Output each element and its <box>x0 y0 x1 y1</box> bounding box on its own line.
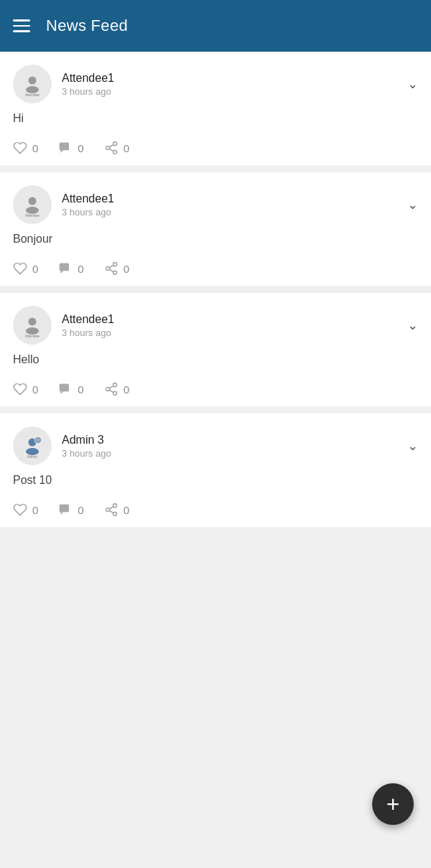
svg-text:Admin: Admin <box>27 454 37 459</box>
avatar: Attendee <box>13 306 52 345</box>
post-author-section: Attendee Attendee1 3 hours ago <box>13 185 114 224</box>
menu-icon[interactable] <box>13 19 30 32</box>
svg-point-12 <box>29 197 37 205</box>
post-menu-button[interactable]: ⌄ <box>407 197 418 213</box>
post-content: Post 10 <box>13 474 418 491</box>
comment-count: 0 <box>78 383 83 396</box>
post-time: 3 hours ago <box>62 207 114 218</box>
news-feed: Attendee Attendee1 3 hours ago ⌄ Hi 0 <box>0 52 431 527</box>
svg-line-21 <box>109 265 113 267</box>
share-button[interactable]: 0 <box>104 261 129 276</box>
share-icon <box>104 141 119 155</box>
comment-count: 0 <box>78 142 83 154</box>
post-content: Bonjour <box>13 233 418 250</box>
svg-marker-5 <box>61 150 64 152</box>
svg-line-9 <box>109 149 113 151</box>
post-time: 3 hours ago <box>62 327 114 338</box>
heart-icon <box>13 141 27 155</box>
svg-text:Attendee: Attendee <box>25 334 40 338</box>
post-header: Attendee Attendee1 3 hours ago ⌄ <box>13 185 418 224</box>
post-card: Attendee Attendee1 3 hours ago ⌄ Hi 0 <box>0 52 431 165</box>
svg-line-20 <box>109 269 113 271</box>
comment-button[interactable]: 0 <box>58 382 83 396</box>
post-author-name: Attendee1 <box>62 72 114 85</box>
comment-count: 0 <box>78 504 83 516</box>
share-button[interactable]: 0 <box>104 382 129 396</box>
post-author-info: Attendee1 3 hours ago <box>62 313 114 338</box>
comment-button[interactable]: 0 <box>58 141 83 155</box>
like-button[interactable]: 0 <box>13 503 38 517</box>
post-actions: 0 0 0 <box>13 141 418 155</box>
svg-line-10 <box>109 144 113 146</box>
like-count: 0 <box>32 383 38 396</box>
share-icon <box>104 261 119 276</box>
like-count: 0 <box>32 263 38 275</box>
comment-icon <box>58 141 73 155</box>
post-time: 3 hours ago <box>62 86 114 97</box>
post-card: Attendee Attendee1 3 hours ago ⌄ Hello 0 <box>0 293 431 406</box>
svg-marker-41 <box>61 512 64 514</box>
post-actions: 0 0 0 <box>13 382 418 396</box>
post-actions: 0 0 0 <box>13 261 418 276</box>
like-button[interactable]: 0 <box>13 382 38 396</box>
post-content: Hi <box>13 112 418 129</box>
app-header: News Feed <box>0 0 431 52</box>
comment-button[interactable]: 0 <box>58 503 83 517</box>
share-count: 0 <box>124 383 129 396</box>
svg-rect-26 <box>60 384 69 392</box>
post-header: Admin Admin 3 3 hours ago ⌄ <box>13 426 418 465</box>
page-title: News Feed <box>46 17 128 35</box>
share-button[interactable]: 0 <box>104 141 129 155</box>
comment-icon <box>58 261 73 276</box>
avatar: Attendee <box>13 65 52 103</box>
svg-line-45 <box>109 510 113 513</box>
post-author-section: Attendee Attendee1 3 hours ago <box>13 306 114 345</box>
share-button[interactable]: 0 <box>104 503 129 517</box>
svg-text:Attendee: Attendee <box>25 213 40 218</box>
share-count: 0 <box>124 142 129 154</box>
heart-icon <box>13 261 27 276</box>
svg-rect-15 <box>60 263 69 271</box>
heart-icon <box>13 503 27 517</box>
comment-count: 0 <box>78 263 83 275</box>
svg-text:Attendee: Attendee <box>25 93 40 97</box>
svg-line-31 <box>109 390 113 392</box>
comment-icon <box>58 382 73 396</box>
avatar: Admin <box>13 426 52 465</box>
post-menu-button[interactable]: ⌄ <box>407 317 418 333</box>
post-menu-button[interactable]: ⌄ <box>407 76 418 92</box>
svg-line-32 <box>109 386 113 388</box>
share-icon <box>104 382 119 396</box>
like-button[interactable]: 0 <box>13 261 38 276</box>
svg-marker-16 <box>61 271 64 273</box>
heart-icon <box>13 382 27 396</box>
like-button[interactable]: 0 <box>13 141 38 155</box>
post-menu-button[interactable]: ⌄ <box>407 438 418 454</box>
share-icon <box>104 503 119 517</box>
post-author-info: Attendee1 3 hours ago <box>62 72 114 97</box>
share-count: 0 <box>124 504 129 516</box>
svg-point-38 <box>37 439 39 441</box>
svg-marker-27 <box>61 391 64 393</box>
post-author-name: Attendee1 <box>62 313 114 326</box>
post-time: 3 hours ago <box>62 448 111 459</box>
svg-point-23 <box>29 318 37 326</box>
svg-point-1 <box>29 77 37 85</box>
post-author-name: Attendee1 <box>62 192 114 205</box>
like-count: 0 <box>32 504 38 516</box>
like-count: 0 <box>32 142 38 154</box>
svg-line-46 <box>109 506 113 508</box>
post-author-section: Admin Admin 3 3 hours ago <box>13 426 111 465</box>
post-author-section: Attendee Attendee1 3 hours ago <box>13 65 114 103</box>
post-author-info: Admin 3 3 hours ago <box>62 434 111 459</box>
svg-rect-40 <box>60 505 69 513</box>
avatar: Attendee <box>13 185 52 224</box>
share-count: 0 <box>124 263 129 275</box>
post-content: Hello <box>13 353 418 370</box>
post-header: Attendee Attendee1 3 hours ago ⌄ <box>13 65 418 103</box>
post-actions: 0 0 0 <box>13 503 418 517</box>
comment-icon <box>58 503 73 517</box>
create-post-button[interactable]: + <box>372 783 414 825</box>
svg-rect-4 <box>60 143 69 151</box>
comment-button[interactable]: 0 <box>58 261 83 276</box>
